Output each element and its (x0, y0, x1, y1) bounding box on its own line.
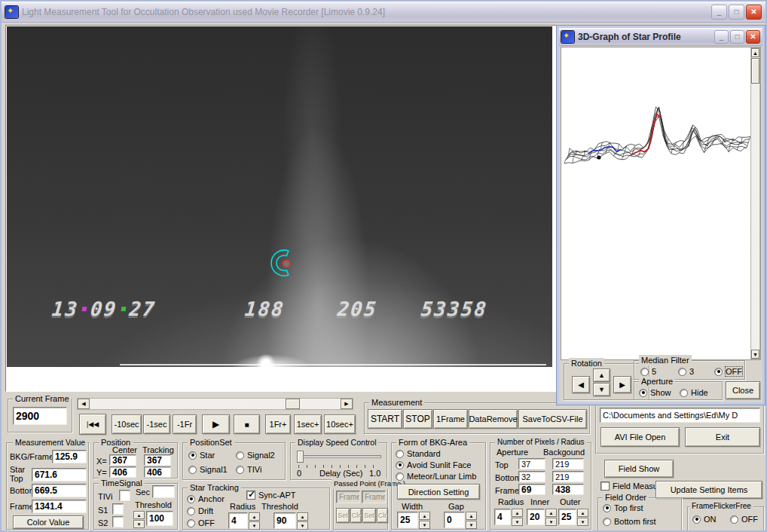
bkg-gap-spinner[interactable] (466, 512, 477, 529)
scrollbar-thumb[interactable] (286, 399, 300, 409)
rotate-up-button[interactable]: ▲ (593, 368, 610, 382)
frame1-input: Frame1 (336, 491, 360, 503)
pause-stop-button[interactable]: ■ (234, 414, 260, 434)
field-order-bottom-first-radio[interactable]: Bottom first (603, 517, 656, 526)
save-csv-button[interactable]: SaveToCSV-File (518, 409, 587, 429)
aperture-group: Aperture Show Hide (634, 381, 723, 400)
sec-input[interactable] (152, 485, 175, 498)
close-button[interactable]: ✕ (746, 5, 762, 20)
tracking-threshold-value[interactable]: 90 (273, 512, 296, 529)
direction-setting-button[interactable]: Direction Setting (397, 484, 480, 500)
bkg-standard-radio[interactable]: Standard (396, 449, 441, 458)
current-frame-input[interactable]: 2900 (13, 407, 67, 425)
field-show-button[interactable]: Field Show (604, 460, 674, 478)
aperture-show-radio[interactable]: Show (639, 388, 671, 397)
bkg-width-spinner[interactable] (419, 512, 430, 529)
tracking-drift-radio[interactable]: Drift (187, 506, 213, 515)
set1-button: Set (336, 508, 350, 523)
s2-checkbox[interactable] (112, 516, 124, 527)
median-filter-off-radio[interactable]: OFF (714, 367, 742, 376)
minus-1frame-button[interactable]: -1Fr (173, 414, 197, 434)
positionset-star-radio[interactable]: Star (188, 451, 215, 460)
graph-scroll-thumb[interactable] (751, 58, 759, 84)
timestamp-hh: 13 (50, 298, 79, 320)
px-outer-value[interactable]: 25 (558, 509, 576, 525)
px-inner-spinner[interactable] (545, 509, 557, 526)
start-button[interactable]: START (368, 409, 402, 429)
bkg-avoid-sunlit-radio[interactable]: Avoid Sunlit Face (396, 460, 471, 469)
update-setting-items-button[interactable]: Update Setting Items (655, 481, 762, 499)
tracking-anchor-radio[interactable]: Anchor (187, 494, 225, 503)
plus-1frame-button[interactable]: 1Fr+ (265, 414, 291, 434)
top-label: Top (10, 474, 23, 483)
star-profile-plot-area (561, 47, 761, 360)
px-radius-value[interactable]: 4 (494, 509, 511, 525)
median-filter-3-radio[interactable]: 3 (678, 367, 694, 376)
tracking-off-radio[interactable]: OFF (187, 518, 215, 527)
rotate-down-button[interactable]: ▼ (593, 383, 610, 396)
bkg-frame-label: BKG/Frame (10, 452, 53, 461)
file-path-input[interactable]: C:\Documents and Settings\Ed\My D (600, 408, 760, 423)
s1-checkbox[interactable] (112, 503, 124, 515)
positionset-tivi-radio[interactable]: TIVi (236, 465, 261, 474)
graph-scroll-up-arrow[interactable] (751, 48, 759, 57)
px-outer-spinner[interactable] (577, 509, 588, 526)
graph-title-bar: 3D-Graph of Star Profile _ □ ✕ (559, 28, 762, 46)
ts-threshold-value[interactable]: 100 (146, 511, 173, 526)
positionset-signal2-radio[interactable]: Signal2 (236, 451, 275, 460)
bkg-width-value[interactable]: 25 (397, 512, 418, 528)
tracking-threshold-spinner[interactable] (297, 512, 308, 530)
position-x-label: X= (96, 457, 107, 466)
px-radius-spinner[interactable] (512, 509, 523, 526)
speed-slider-thumb[interactable] (297, 451, 304, 463)
ts-threshold-spinner[interactable] (133, 511, 145, 528)
exit-button[interactable]: Exit (685, 427, 760, 447)
aperture-hide-radio[interactable]: Hide (680, 388, 708, 397)
position-y-center[interactable]: 406 (109, 466, 136, 478)
minus-1sec-button[interactable]: -1sec (143, 414, 170, 434)
plus-1sec-button[interactable]: 1sec+ (294, 414, 322, 434)
minimize-button[interactable]: _ (711, 5, 727, 20)
field-order-top-first-radio[interactable]: Top first (603, 503, 643, 512)
frame-scrollbar[interactable] (77, 398, 353, 410)
col-aperture-label: Aperture (497, 448, 528, 457)
clr2-button: Clr (377, 508, 388, 523)
speed-slider-track[interactable] (297, 455, 381, 458)
scrollbar-right-arrow[interactable] (341, 399, 353, 409)
avi-file-open-button[interactable]: AVI File Open (600, 427, 680, 447)
bkg-meteor-limb-radio[interactable]: Meteor/Lunar Limb (396, 472, 476, 481)
sync-apt-checkbox[interactable]: Sync-APT (246, 491, 296, 500)
tracking-radius-spinner[interactable] (249, 512, 260, 530)
maximize-button[interactable]: □ (729, 5, 744, 20)
speed-min-label: 0 (297, 469, 301, 478)
tivi-checkbox[interactable] (119, 490, 130, 501)
rotate-right-button[interactable]: ▶ (613, 376, 631, 393)
bkg-gap-value[interactable]: 0 (444, 512, 465, 528)
video-frame[interactable]: 13 09 27 188 205 53358 (7, 26, 552, 367)
position-x-center[interactable]: 367 (109, 454, 136, 466)
title-bar: Light Measurement Tool for Occultation O… (2, 2, 765, 23)
play-button[interactable]: ▶ (202, 414, 230, 434)
graph-minimize-button[interactable]: _ (714, 30, 729, 44)
graph-maximize-button[interactable]: □ (730, 30, 744, 44)
graph-close-button[interactable]: ✕ (746, 30, 760, 44)
positionset-signal1-radio[interactable]: Signal1 (188, 465, 228, 474)
plus-10sec-button[interactable]: 10sec+ (324, 414, 356, 434)
tracking-radius-value[interactable]: 4 (228, 512, 248, 529)
rotate-left-button[interactable]: ◀ (572, 376, 590, 393)
scrollbar-left-arrow[interactable] (78, 399, 90, 409)
one-frame-button[interactable]: 1Frame (433, 409, 468, 429)
px-inner-value[interactable]: 20 (527, 509, 545, 525)
graph-close-action-button[interactable]: Close (726, 381, 760, 399)
minus-10sec-button[interactable]: -10sec (112, 414, 142, 434)
color-value-button[interactable]: Color Value (13, 515, 84, 529)
flicker-off-radio[interactable]: OFF (730, 515, 758, 524)
magenta-dot-icon (82, 307, 87, 311)
rewind-button[interactable]: |◀◀ (79, 414, 106, 435)
median-filter-5-radio[interactable]: 5 (640, 367, 656, 376)
stop-button[interactable]: STOP (403, 409, 432, 429)
data-remove-button[interactable]: DataRemove (469, 409, 518, 429)
graph-vertical-scrollbar[interactable] (750, 47, 760, 359)
measurement-value-group: Measurement Value BKG/Frame 125.9 Star T… (6, 442, 89, 530)
flicker-on-radio[interactable]: ON (692, 515, 717, 524)
